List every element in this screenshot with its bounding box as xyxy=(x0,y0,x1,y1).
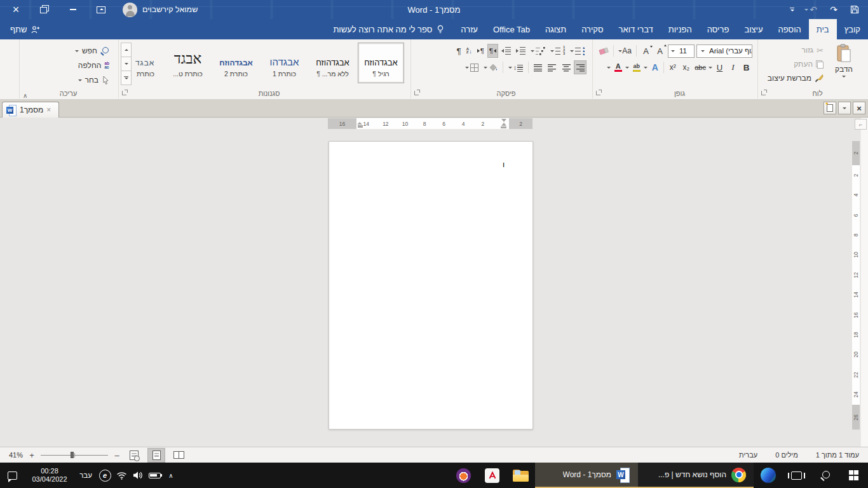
wifi-tray-icon[interactable] xyxy=(113,463,130,488)
style-item-heading1[interactable]: אבגדהו כותרת 1 xyxy=(261,43,308,83)
underline-dropdown-icon[interactable] xyxy=(709,67,712,69)
page-indicator[interactable]: עמוד 1 מתוך 1 xyxy=(816,451,859,459)
select-button[interactable]: בחר xyxy=(78,74,110,86)
redo-button[interactable] xyxy=(830,0,837,19)
window-close-button[interactable] xyxy=(6,0,25,19)
cut-button[interactable]: גזור xyxy=(802,44,824,56)
font-name-combo[interactable]: Arial (גוף עברי) xyxy=(696,44,752,58)
tab-view[interactable]: תצוגה xyxy=(538,19,574,39)
tab-review[interactable]: סקירה xyxy=(574,19,611,39)
battery-tray-icon[interactable] xyxy=(146,463,163,488)
align-right-button[interactable] xyxy=(574,61,586,74)
document-tab[interactable]: מסמך1 xyxy=(2,102,59,118)
user-avatar[interactable] xyxy=(123,3,137,17)
justify-button[interactable] xyxy=(532,61,544,74)
taskbar-clock[interactable]: 00:28 03/04/2022 xyxy=(24,467,75,484)
tab-references[interactable]: הפניות xyxy=(661,19,700,39)
multilevel-list-button[interactable] xyxy=(529,44,546,57)
highlight-button[interactable]: ab xyxy=(630,61,642,74)
show-hide-paragraph-marks-button[interactable] xyxy=(456,44,463,57)
font-size-combo[interactable]: 11 xyxy=(668,44,695,58)
word-count[interactable]: 0 מילים xyxy=(775,451,798,459)
numbering-button[interactable] xyxy=(549,44,566,57)
text-effects-dropdown-icon[interactable] xyxy=(644,67,648,69)
new-document-tab-button[interactable] xyxy=(824,102,836,114)
undo-button[interactable] xyxy=(804,0,817,19)
window-minimize-button[interactable] xyxy=(64,0,83,19)
shading-button[interactable] xyxy=(482,61,499,74)
zoom-in-button[interactable] xyxy=(29,451,35,460)
borders-button[interactable] xyxy=(464,61,480,74)
taskbar-search-button[interactable] xyxy=(811,463,839,488)
highlight-dropdown-icon[interactable] xyxy=(625,67,629,69)
increase-indent-button[interactable] xyxy=(500,44,512,57)
word-task-button[interactable]: מסמך1 - Word xyxy=(535,463,638,488)
first-line-indent-marker[interactable] xyxy=(501,119,506,122)
ruler-toggle-button[interactable] xyxy=(855,119,867,130)
tab-office-tab[interactable]: Office Tab xyxy=(485,19,538,39)
clipboard-dialog-launcher[interactable] xyxy=(761,90,767,96)
start-button[interactable] xyxy=(839,463,868,488)
proofing-language[interactable]: עברית xyxy=(739,451,757,459)
chrome-task-button[interactable]: הוסף נושא חדש | פ... xyxy=(638,463,754,488)
document-page[interactable]: ו xyxy=(329,141,533,430)
style-item-normal[interactable]: אבגדהוזח רגיל¶ xyxy=(358,43,404,83)
close-tab-button[interactable] xyxy=(853,102,865,114)
format-painter-button[interactable]: מברשת עיצוב xyxy=(768,72,824,84)
align-left-button[interactable] xyxy=(546,61,558,74)
shrink-font-button[interactable]: A xyxy=(640,44,652,57)
decrease-indent-button[interactable] xyxy=(515,44,527,57)
line-spacing-button[interactable] xyxy=(507,61,524,74)
change-case-button[interactable]: Aa xyxy=(617,44,633,57)
document-tab-close-icon[interactable] xyxy=(46,105,51,114)
zoom-level[interactable]: 41% xyxy=(9,451,23,459)
document-text[interactable]: ו xyxy=(503,160,505,169)
print-layout-button[interactable] xyxy=(148,449,165,462)
bullets-button[interactable] xyxy=(569,44,586,57)
bold-button[interactable]: B xyxy=(740,61,752,74)
styles-dialog-launcher[interactable] xyxy=(121,90,128,96)
tab-file[interactable]: קובץ xyxy=(837,19,868,39)
find-button[interactable]: חפש xyxy=(75,44,109,57)
align-center-button[interactable] xyxy=(560,61,572,74)
superscript-button[interactable]: x² xyxy=(667,61,679,74)
tab-design[interactable]: עיצוב xyxy=(736,19,770,39)
text-effects-button[interactable]: A xyxy=(649,61,661,74)
copy-button[interactable]: העתק xyxy=(794,58,824,70)
hanging-indent-marker[interactable] xyxy=(501,123,506,126)
quick-access-customize-button[interactable] xyxy=(790,0,794,19)
paste-button[interactable]: הדבק xyxy=(827,43,860,90)
save-button[interactable] xyxy=(850,0,859,19)
clear-formatting-button[interactable] xyxy=(597,44,610,57)
tab-help[interactable]: עזרה xyxy=(453,19,485,39)
ribbon-display-options-button[interactable] xyxy=(92,0,111,19)
font-color-button[interactable]: A xyxy=(612,61,624,74)
style-item-no-spacing[interactable]: אבגדהוזח ללא מר...¶ xyxy=(309,43,356,83)
web-layout-button[interactable] xyxy=(126,449,142,462)
font-dialog-launcher[interactable] xyxy=(595,90,602,96)
task-view-button[interactable] xyxy=(782,463,811,488)
file-explorer-button[interactable] xyxy=(506,463,535,488)
input-language-indicator[interactable]: עבר xyxy=(75,471,97,479)
rtl-text-direction-button[interactable] xyxy=(488,44,498,57)
horizontal-ruler[interactable]: 16 14 12 10 8 6 4 2 2 xyxy=(328,118,532,129)
volume-tray-icon[interactable] xyxy=(130,463,146,488)
window-restore-button[interactable] xyxy=(34,0,53,19)
tab-home[interactable]: בית xyxy=(809,19,837,39)
style-item-heading2[interactable]: אבגדהוזח כותרת 2 xyxy=(213,43,259,83)
edge-taskbar-button[interactable] xyxy=(754,463,782,488)
tab-list-dropdown-button[interactable] xyxy=(838,102,851,114)
tab-insert[interactable]: הוספה xyxy=(771,19,809,39)
action-center-button[interactable] xyxy=(0,471,24,480)
collapse-ribbon-button[interactable] xyxy=(23,92,27,99)
tell-me-box[interactable]: ספר לי מה אתה רוצה לעשות xyxy=(324,19,453,39)
tab-layout[interactable]: פריסה xyxy=(700,19,737,39)
tab-mailings[interactable]: דברי דואר xyxy=(611,19,661,39)
paragraph-dialog-launcher[interactable] xyxy=(414,90,420,96)
style-item-title[interactable]: אבגד כותרת ט... xyxy=(165,43,211,83)
styles-scroll-up-button[interactable] xyxy=(121,43,132,57)
hidden-icons-chevron[interactable] xyxy=(163,463,179,488)
acrobat-button[interactable] xyxy=(478,463,506,488)
zoom-slider[interactable] xyxy=(41,451,108,459)
vertical-scrollbar[interactable] xyxy=(860,118,868,447)
